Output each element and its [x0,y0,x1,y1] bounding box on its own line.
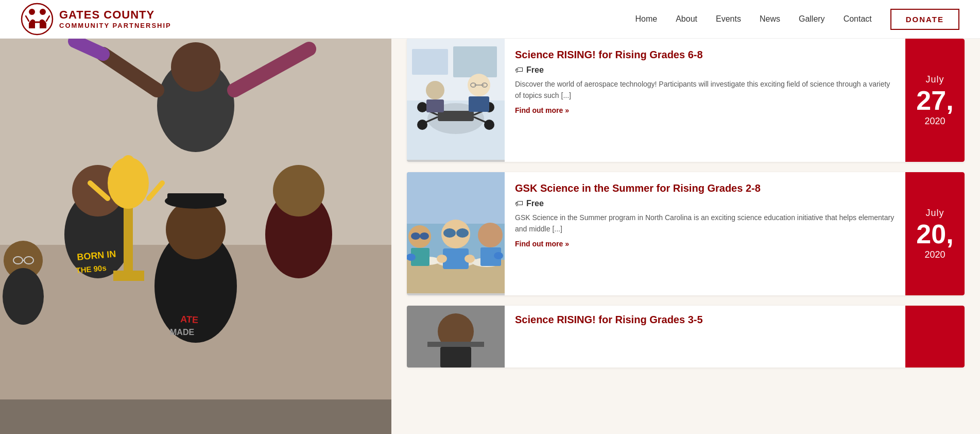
tag-icon-2: 🏷 [515,199,523,208]
main-content: BORN IN THE 90s ATE MADE [0,39,980,434]
svg-point-79 [420,232,429,240]
main-nav: Home About Events News Gallery Contact D… [635,9,960,30]
svg-point-27 [123,166,133,181]
date-box-2: July 20, 2020 [905,172,965,295]
svg-point-70 [437,255,447,263]
svg-point-26 [122,155,134,168]
svg-point-77 [494,252,503,259]
svg-point-51 [484,120,494,130]
date-month-2: July [925,208,944,219]
date-day-1: 27, [916,87,953,114]
logo-title: GATES COUNTY [59,9,171,21]
free-label-2: Free [526,199,544,208]
event-free-badge-1: 🏷 Free [515,65,895,75]
svg-rect-43 [438,111,474,121]
svg-text:ATE: ATE [180,314,199,325]
svg-rect-41 [453,46,497,77]
event-card-3: Science RISING! for Rising Grades 3-5 [407,306,965,368]
svg-point-68 [456,228,469,238]
svg-point-71 [465,255,475,263]
event-title-2: GSK Science in the Summer for Rising Gra… [515,181,895,195]
svg-point-50 [417,120,427,130]
hero-image: BORN IN THE 90s ATE MADE [0,39,391,434]
event-body-2: GSK Science in the Summer for Rising Gra… [505,172,905,295]
svg-rect-82 [440,347,471,368]
date-box-3 [905,306,965,368]
svg-rect-55 [426,99,444,112]
nav-gallery[interactable]: Gallery [799,14,825,24]
event-image-1 [407,39,505,162]
find-out-more-1[interactable]: Find out more » [515,106,895,114]
date-box-1: July 27, 2020 [905,39,965,162]
svg-rect-22 [113,271,144,281]
svg-point-75 [478,223,503,247]
svg-rect-40 [412,49,448,75]
svg-text:MADE: MADE [170,328,194,337]
event-image-3 [407,306,505,368]
nav-news[interactable]: News [760,14,780,24]
svg-point-67 [443,228,456,238]
event-body-3: Science RISING! for Rising Grades 3-5 [505,306,905,368]
nav-home[interactable]: Home [635,14,658,24]
svg-point-33 [3,268,44,325]
date-year-1: 2020 [924,116,945,127]
donate-button[interactable]: DONATE [890,9,959,30]
event-free-badge-2: 🏷 Free [515,199,895,208]
svg-point-16 [273,165,324,216]
hero-photo-svg: BORN IN THE 90s ATE MADE [0,39,391,434]
logo-text: GATES COUNTY COMMUNITY PARTNERSHIP [59,9,171,29]
event-image-2 [407,172,505,295]
date-day-2: 20, [916,221,953,247]
svg-rect-83 [427,342,484,347]
nav-about[interactable]: About [676,14,697,24]
svg-point-54 [426,81,444,99]
event-card-2: GSK Science in the Summer for Rising Gra… [407,172,965,295]
event-card: Science RISING! for Rising Grades 6-8 🏷 … [407,39,965,162]
svg-rect-53 [469,96,489,112]
date-month-1: July [925,74,944,85]
events-panel: Science RISING! for Rising Grades 6-8 🏷 … [391,39,980,434]
tag-icon-1: 🏷 [515,65,523,75]
svg-line-4 [26,16,29,21]
svg-point-46 [417,102,427,112]
nav-events[interactable]: Events [716,14,741,24]
svg-line-5 [46,16,49,21]
event-title-1: Science RISING! for Rising Grades 6-8 [515,48,895,61]
logo[interactable]: GATES COUNTY COMMUNITY PARTNERSHIP [21,3,171,36]
svg-point-2 [40,9,46,15]
event-title-3: Science RISING! for Rising Grades 3-5 [515,313,895,326]
event-description-1: Discover the world of aerospace technolo… [515,79,895,101]
event-photo-1 [407,39,505,160]
svg-rect-20 [167,193,224,205]
site-header: GATES COUNTY COMMUNITY PARTNERSHIP Home … [0,0,980,39]
event-description-2: GSK Science in the Summer program in Nor… [515,212,895,235]
svg-point-78 [411,232,420,240]
svg-rect-37 [0,399,391,434]
logo-icon [21,3,54,36]
logo-subtitle: COMMUNITY PARTNERSHIP [59,22,171,29]
find-out-more-2[interactable]: Find out more » [515,240,895,248]
event-photo-2 [407,172,505,293]
svg-point-9 [171,42,220,92]
event-photo-3 [407,306,505,368]
free-label-1: Free [526,65,544,75]
event-body-1: Science RISING! for Rising Grades 6-8 🏷 … [505,39,905,162]
nav-contact[interactable]: Contact [844,14,872,24]
svg-point-1 [29,9,35,15]
date-year-2: 2020 [924,249,945,260]
